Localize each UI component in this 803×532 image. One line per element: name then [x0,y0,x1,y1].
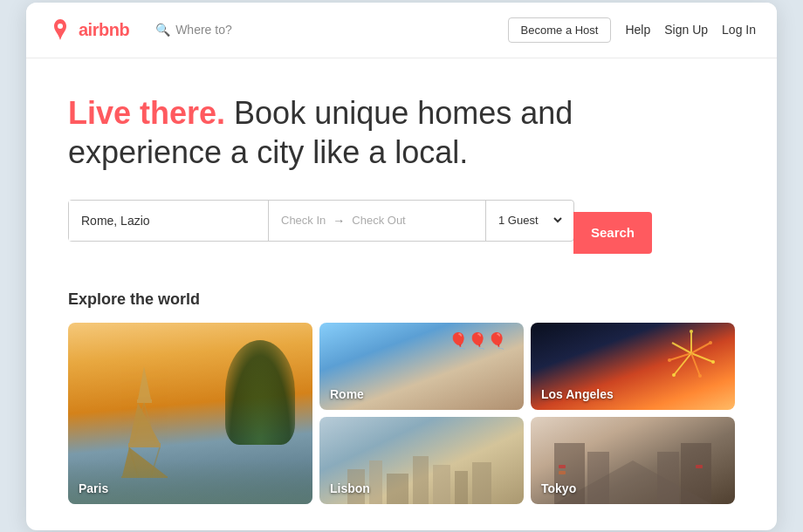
airbnb-logo-icon [47,17,73,43]
checkin-label: Check In [281,214,326,227]
svg-line-17 [672,343,691,353]
svg-point-0 [58,24,63,29]
svg-rect-26 [387,474,408,504]
city-label-tokyo: Tokyo [541,481,576,495]
svg-rect-29 [455,471,468,504]
search-form-container: Check In → Check Out 1 Guest 2 Guests 3 … [68,200,735,266]
lisbon-skyline-icon [319,452,524,504]
nav-right: Become a Host Help Sign Up Log In [508,17,756,43]
svg-point-20 [711,360,715,364]
svg-rect-35 [657,452,679,504]
checkout-label: Check Out [352,214,405,227]
nav-search-icon: 🔍 [155,23,170,37]
nav-search-placeholder: Where to? [175,23,232,37]
search-form: Check In → Check Out 1 Guest 2 Guests 3 … [68,200,574,242]
city-label-lisbon: Lisbon [330,481,370,495]
svg-rect-36 [559,465,566,468]
city-label-paris: Paris [79,481,108,495]
city-label-losangeles: Los Angeles [541,387,614,401]
nav-search-bar[interactable]: 🔍 Where to? [147,17,241,42]
search-button[interactable]: Search [573,212,652,254]
city-card-tokyo[interactable]: Tokyo [531,417,735,504]
guests-select[interactable]: 1 Guest 2 Guests 3 Guests 4 Guests 5+ Gu… [495,213,565,228]
explore-section: Explore the world [68,290,735,504]
hero-heading: Live there. Book unique homes and experi… [68,93,735,172]
svg-marker-1 [138,366,151,399]
svg-line-12 [691,343,710,353]
fireworks-icon [665,327,717,379]
arrow-icon: → [333,214,345,228]
svg-point-18 [690,330,693,333]
signup-link[interactable]: Sign Up [664,23,708,37]
svg-rect-25 [369,460,382,504]
svg-rect-27 [413,456,429,504]
logo-area[interactable]: airbnb [47,17,129,43]
become-host-button[interactable]: Become a Host [508,17,612,43]
svg-point-19 [709,341,712,344]
svg-rect-34 [681,443,711,504]
city-card-rome[interactable]: 🎈🎈🎈 Rome [319,323,524,410]
explore-title: Explore the world [68,290,735,309]
main-content: Live there. Book unique homes and experi… [26,58,777,530]
svg-rect-28 [433,465,450,504]
city-card-paris[interactable]: Paris [68,323,312,504]
svg-rect-37 [559,471,566,474]
hero-highlight: Live there. [68,95,225,131]
location-input[interactable] [69,201,269,241]
explore-grid: Paris 🎈🎈🎈 Rome [68,323,735,504]
guests-field[interactable]: 1 Guest 2 Guests 3 Guests 4 Guests 5+ Gu… [485,201,573,241]
brand-name: airbnb [79,20,129,40]
svg-rect-2 [137,399,152,403]
city-card-losangeles[interactable]: Los Angeles [531,323,735,410]
svg-point-23 [668,358,671,362]
city-label-rome: Rome [330,387,364,401]
svg-rect-4 [128,443,161,447]
balloons-decoration: 🎈🎈🎈 [449,331,506,351]
svg-marker-3 [129,403,160,443]
svg-rect-30 [472,462,491,504]
svg-point-21 [698,374,702,378]
browser-window: airbnb 🔍 Where to? Become a Host Help Si… [26,3,777,530]
navbar: airbnb 🔍 Where to? Become a Host Help Si… [26,3,777,58]
login-link[interactable]: Log In [722,23,756,37]
checkin-field[interactable]: Check In → Check Out [269,201,485,241]
svg-point-22 [672,373,676,377]
city-card-lisbon[interactable]: Lisbon [319,417,524,504]
svg-rect-33 [587,452,609,504]
svg-rect-38 [696,465,703,468]
help-link[interactable]: Help [625,23,650,37]
